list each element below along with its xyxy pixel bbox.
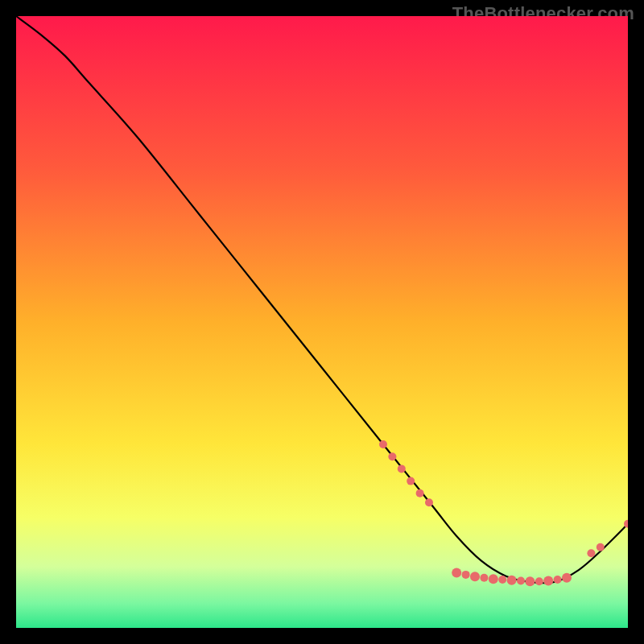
data-marker xyxy=(562,573,572,583)
gradient-background xyxy=(16,16,628,628)
data-marker xyxy=(498,576,506,584)
data-marker xyxy=(517,576,525,584)
data-marker xyxy=(525,576,535,586)
data-marker xyxy=(425,498,433,506)
plot-area xyxy=(16,16,628,628)
data-marker xyxy=(470,572,480,581)
data-marker xyxy=(480,574,488,582)
data-marker xyxy=(543,576,553,585)
data-marker xyxy=(452,568,461,578)
data-marker xyxy=(379,440,387,448)
data-marker xyxy=(462,571,470,579)
data-marker xyxy=(407,477,415,485)
data-marker xyxy=(507,576,517,585)
data-marker xyxy=(489,574,498,584)
data-marker xyxy=(597,543,605,551)
data-marker xyxy=(398,464,406,473)
chart-root: TheBottlenecker.com xyxy=(0,0,644,644)
data-marker xyxy=(388,452,396,460)
data-marker xyxy=(554,576,562,584)
data-marker xyxy=(587,549,595,557)
data-marker xyxy=(535,577,543,585)
chart-svg xyxy=(16,16,628,628)
data-marker xyxy=(416,489,424,497)
